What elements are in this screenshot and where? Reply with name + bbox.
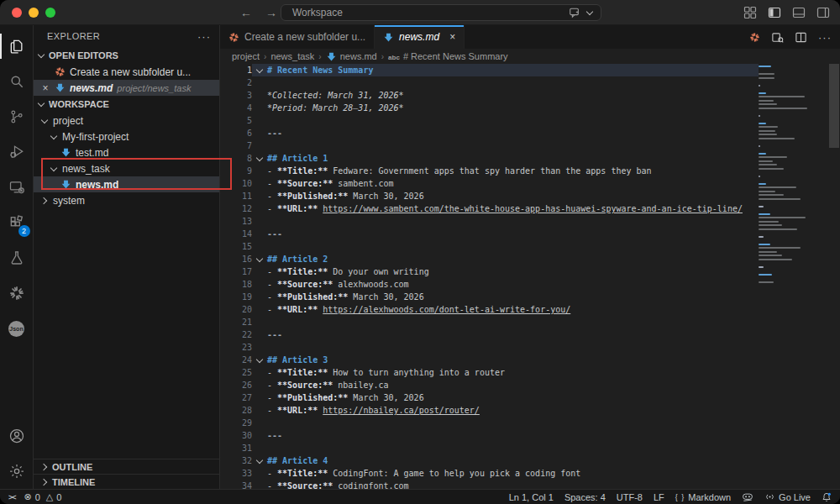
activity-bar-item-claude[interactable] bbox=[0, 276, 34, 311]
code-line-6[interactable]: 6--- bbox=[220, 127, 759, 139]
code-line-9[interactable]: 9- **Title:** Fedware: Government apps t… bbox=[220, 165, 759, 177]
code-line-14[interactable]: 14--- bbox=[220, 228, 759, 240]
fold-chevron-icon[interactable] bbox=[255, 155, 264, 163]
tree-item-news-task[interactable]: news_task bbox=[34, 160, 219, 176]
code-line-1[interactable]: 1# Recent News Summary bbox=[220, 64, 759, 76]
code-line-15[interactable]: 15 bbox=[220, 240, 759, 253]
activity-bar-item-run-debug[interactable] bbox=[0, 134, 34, 170]
fold-chevron-icon[interactable] bbox=[255, 66, 264, 75]
outline-section-header[interactable]: OUTLINE bbox=[34, 459, 219, 474]
scrollbar-thumb[interactable] bbox=[829, 64, 839, 148]
tree-item-my-first-project[interactable]: My-first-project bbox=[34, 129, 219, 144]
open-preview-icon[interactable] bbox=[771, 31, 784, 44]
problems-indicator[interactable]: ⊗0 △0 bbox=[24, 491, 62, 502]
activity-bar-item-explorer[interactable] bbox=[0, 29, 34, 64]
toggle-panel-icon[interactable] bbox=[792, 6, 806, 19]
code-line-33[interactable]: 33- **Title:** CodingFont: A game to hel… bbox=[220, 467, 759, 480]
code-line-21[interactable]: 21 bbox=[220, 316, 759, 328]
code-line-4[interactable]: 4*Period: March 28–31, 2026* bbox=[220, 102, 759, 114]
editor-more-actions-icon[interactable]: ··· bbox=[818, 31, 832, 44]
code-editor[interactable]: 1# Recent News Summary23*Collected: Marc… bbox=[220, 64, 840, 489]
code-line-34[interactable]: 34- **Source:** codingfont.com bbox=[220, 480, 759, 489]
breadcrumb-item[interactable]: project bbox=[232, 51, 260, 61]
code-line-31[interactable]: 31 bbox=[220, 442, 759, 454]
code-line-28[interactable]: 28- **URL:** https://nbailey.ca/post/rou… bbox=[220, 404, 759, 417]
activity-bar-item-json[interactable]: Json bbox=[0, 311, 34, 346]
activity-bar-item-source-control[interactable] bbox=[0, 99, 34, 134]
code-line-12[interactable]: 12- **URL:** https://www.sambent.com/the… bbox=[220, 202, 759, 215]
code-line-11[interactable]: 11- **Published:** March 30, 2026 bbox=[220, 190, 759, 202]
code-line-19[interactable]: 19- **Published:** March 30, 2026 bbox=[220, 291, 759, 303]
code-line-22[interactable]: 22--- bbox=[220, 328, 759, 341]
tab-news-md[interactable]: news.md× bbox=[375, 25, 465, 49]
activity-bar-item-accounts[interactable] bbox=[0, 418, 34, 454]
toggle-primary-sidebar-icon[interactable] bbox=[768, 6, 781, 19]
status-copilot[interactable] bbox=[742, 492, 753, 502]
timeline-section-header[interactable]: TIMELINE bbox=[34, 474, 219, 489]
breadcrumb-item[interactable]: abc# Recent News Summary bbox=[388, 51, 508, 61]
tree-item-project[interactable]: project bbox=[34, 113, 219, 129]
code-line-25[interactable]: 25- **Title:** How to turn anything into… bbox=[220, 366, 759, 379]
tree-item-system[interactable]: system bbox=[34, 192, 219, 208]
code-line-20[interactable]: 20- **URL:** https://alexhwoods.com/dont… bbox=[220, 303, 759, 316]
code-line-10[interactable]: 10- **Source:** sambent.com bbox=[220, 177, 759, 190]
code-line-30[interactable]: 30--- bbox=[220, 429, 759, 442]
code-line-3[interactable]: 3*Collected: March 31, 2026* bbox=[220, 89, 759, 102]
status-eol[interactable]: LF bbox=[654, 492, 664, 502]
split-editor-icon[interactable] bbox=[795, 31, 807, 44]
status-indentation[interactable]: Spaces: 4 bbox=[564, 492, 606, 502]
code-line-27[interactable]: 27- **Published:** March 30, 2026 bbox=[220, 391, 759, 404]
fold-chevron-icon[interactable] bbox=[255, 457, 264, 465]
workspace-section-header[interactable]: WORKSPACE bbox=[34, 96, 219, 113]
chat-icon[interactable] bbox=[569, 7, 580, 18]
close-editor-icon[interactable]: × bbox=[40, 82, 50, 94]
explorer-more-actions-icon[interactable]: ··· bbox=[197, 30, 211, 43]
navigate-back-icon[interactable]: ← bbox=[240, 6, 252, 19]
code-line-13[interactable]: 13 bbox=[220, 215, 759, 228]
claude-action-icon[interactable] bbox=[749, 32, 760, 43]
tree-item-test-md[interactable]: test.md bbox=[34, 144, 219, 160]
code-line-26[interactable]: 26- **Source:** nbailey.ca bbox=[220, 379, 759, 391]
code-line-29[interactable]: 29 bbox=[220, 417, 759, 429]
open-editors-section-header[interactable]: OPEN EDITORS bbox=[34, 47, 219, 64]
toggle-secondary-sidebar-icon[interactable] bbox=[816, 6, 830, 19]
activity-bar-item-remote-explorer[interactable] bbox=[0, 170, 34, 205]
open-editor-item[interactable]: ×news.mdproject/news_task bbox=[34, 80, 219, 96]
breadcrumb-item[interactable]: news.md bbox=[326, 51, 377, 62]
close-window-button[interactable] bbox=[12, 8, 22, 18]
status-go-live[interactable]: Go Live bbox=[764, 492, 811, 502]
activity-bar-item-settings[interactable] bbox=[0, 454, 34, 489]
status-cursor-position[interactable]: Ln 1, Col 1 bbox=[509, 492, 554, 502]
tree-item-news-md[interactable]: news.md bbox=[34, 176, 219, 192]
code-line-23[interactable]: 23 bbox=[220, 341, 759, 354]
fold-chevron-icon[interactable] bbox=[255, 255, 264, 264]
remote-indicator[interactable]: >< bbox=[8, 493, 16, 501]
navigate-forward-icon[interactable]: → bbox=[265, 6, 277, 19]
minimap[interactable] bbox=[759, 66, 809, 289]
code-line-16[interactable]: 16## Article 2 bbox=[220, 253, 759, 265]
vertical-scrollbar[interactable] bbox=[828, 64, 840, 489]
minimize-window-button[interactable] bbox=[29, 8, 39, 18]
status-encoding[interactable]: UTF-8 bbox=[617, 492, 643, 502]
code-line-5[interactable]: 5 bbox=[220, 114, 759, 127]
close-tab-icon[interactable]: × bbox=[449, 31, 455, 43]
activity-bar-item-search[interactable] bbox=[0, 64, 34, 99]
status-language-mode[interactable]: { }Markdown bbox=[675, 492, 731, 502]
activity-bar-item-testing[interactable] bbox=[0, 240, 34, 276]
code-line-17[interactable]: 17- **Title:** Do your own writing bbox=[220, 265, 759, 278]
fold-chevron-icon[interactable] bbox=[255, 356, 264, 365]
code-line-18[interactable]: 18- **Source:** alexhwoods.com bbox=[220, 278, 759, 291]
code-line-2[interactable]: 2 bbox=[220, 76, 759, 89]
open-editor-item[interactable]: Create a new subfolder u... bbox=[34, 64, 219, 80]
zoom-window-button[interactable] bbox=[45, 8, 55, 18]
chevron-down-icon[interactable] bbox=[585, 8, 594, 17]
breadcrumb-item[interactable]: news_task bbox=[270, 51, 314, 61]
code-line-7[interactable]: 7 bbox=[220, 139, 759, 152]
code-line-32[interactable]: 32## Article 4 bbox=[220, 454, 759, 467]
tab-create-a-new-subfolder-u-[interactable]: Create a new subfolder u... bbox=[220, 25, 375, 49]
status-notifications[interactable] bbox=[822, 491, 832, 502]
code-line-8[interactable]: 8## Article 1 bbox=[220, 152, 759, 165]
command-center-search[interactable]: Workspace bbox=[281, 4, 601, 21]
customize-layout-icon[interactable] bbox=[743, 6, 757, 19]
activity-bar-item-extensions[interactable]: 2 bbox=[0, 205, 34, 240]
